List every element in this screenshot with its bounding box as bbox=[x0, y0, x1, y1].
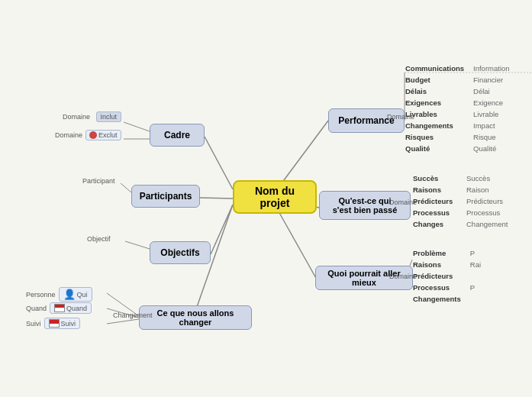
table-row: Raisons Rai bbox=[408, 259, 485, 270]
table-row: Succès Succès bbox=[408, 173, 512, 184]
cell-key: Problème bbox=[408, 247, 466, 259]
suivi-label: Suivi bbox=[26, 320, 41, 328]
table-row: Processus P bbox=[408, 282, 485, 293]
table-row: Délais Délai bbox=[401, 86, 514, 97]
objectifs-node[interactable]: Objectifs bbox=[150, 241, 211, 264]
changement-label: Changement bbox=[113, 311, 153, 319]
svg-line-4 bbox=[205, 137, 233, 189]
quoi-mieux-table: Problème P Raisons Rai Prédicteurs Proce… bbox=[408, 247, 485, 305]
svg-line-10 bbox=[125, 241, 150, 249]
table-row: Qualité Qualité bbox=[401, 143, 514, 154]
cell-val: Rai bbox=[466, 259, 485, 270]
domaine-exclut-text: Domaine bbox=[55, 131, 82, 139]
table-row: Exigences Exigence bbox=[401, 97, 514, 108]
domaine-exclut-label: Domaine Exclut bbox=[55, 130, 121, 140]
domaine-inclut-label: Domaine Inclut bbox=[63, 113, 121, 121]
suivi-val-label: Suivi bbox=[61, 320, 76, 328]
cell-key: Exigences bbox=[401, 97, 469, 108]
flag2-icon bbox=[49, 319, 60, 328]
cell-val: Succès bbox=[462, 173, 512, 184]
performance-node[interactable]: Performance bbox=[328, 108, 405, 133]
inclut-sub-node[interactable]: Inclut bbox=[96, 111, 122, 122]
table-row: Prédicteurs bbox=[408, 270, 485, 282]
quand-val-label: Quand bbox=[66, 305, 87, 312]
exclut-sub-node[interactable]: Exclut bbox=[85, 130, 121, 140]
cell-val: Délai bbox=[469, 86, 514, 97]
ce-que-node[interactable]: Ce que nous allons changer bbox=[139, 305, 252, 330]
cell-val: Financier bbox=[469, 74, 514, 86]
cell-val: P bbox=[466, 282, 485, 293]
table-row: Changements bbox=[408, 293, 485, 305]
cell-key: Changes bbox=[408, 218, 462, 230]
suivi-node[interactable]: Suivi bbox=[44, 318, 81, 329]
table-row: Prédicteurs Prédicteurs bbox=[408, 195, 512, 207]
quand-node[interactable]: Quand bbox=[50, 302, 92, 314]
cell-val: Exigence bbox=[469, 97, 514, 108]
cell-key: Processus bbox=[408, 207, 462, 218]
objectif-label: Objectif bbox=[87, 235, 111, 243]
table-row: Changes Changement bbox=[408, 218, 512, 230]
flag-icon bbox=[54, 304, 65, 312]
table-row: Processus Processus bbox=[408, 207, 512, 218]
cell-key: Processus bbox=[408, 282, 466, 293]
cell-key: Prédicteurs bbox=[408, 270, 466, 282]
table-row: Problème P bbox=[408, 247, 485, 259]
performance-domain-label: Domaine bbox=[387, 113, 414, 121]
central-node[interactable]: Nom du projet bbox=[233, 180, 317, 214]
exclut-icon bbox=[89, 131, 97, 139]
quand-label: Quand bbox=[26, 305, 47, 312]
table-row: Raisons Raison bbox=[408, 184, 512, 195]
cell-key: Changements bbox=[408, 293, 466, 305]
quoi-passe-domain-label: Domaine bbox=[389, 198, 417, 206]
personne-row: Personne 👤 Qui bbox=[26, 287, 92, 302]
cell-key: Raisons bbox=[408, 184, 462, 195]
svg-line-5 bbox=[200, 198, 233, 198]
mindmap-canvas: Nom du projet Performance Qu'est-ce qui … bbox=[0, 0, 532, 397]
personne-label: Personne bbox=[26, 291, 56, 299]
cell-val: P bbox=[466, 247, 485, 259]
svg-line-9 bbox=[121, 183, 131, 192]
table-row: Livrables Livrable bbox=[401, 108, 514, 120]
table-row: Communications Information bbox=[401, 63, 514, 74]
cell-val bbox=[466, 270, 485, 282]
domaine-label: Domaine bbox=[63, 113, 90, 121]
cell-val: Qualité bbox=[469, 143, 514, 154]
participant-label: Participant bbox=[82, 177, 115, 185]
qui-label: Qui bbox=[77, 291, 88, 299]
cell-val: Raison bbox=[462, 184, 512, 195]
cell-key: Raisons bbox=[408, 259, 466, 270]
cell-key: Qualité bbox=[401, 143, 469, 154]
cadre-node[interactable]: Cadre bbox=[150, 124, 205, 147]
cell-key: Changements bbox=[401, 120, 469, 131]
cell-val: Impact bbox=[469, 120, 514, 131]
exclut-label: Exclut bbox=[98, 131, 118, 139]
cell-key: Communications bbox=[401, 63, 469, 74]
quand-row: Quand Quand bbox=[26, 302, 92, 314]
cell-val: Livrable bbox=[469, 108, 514, 120]
cell-key: Délais bbox=[401, 86, 469, 97]
table-row: Budget Financier bbox=[401, 74, 514, 86]
quoi-passe-table: Succès Succès Raisons Raison Prédicteurs… bbox=[408, 173, 512, 230]
participants-node[interactable]: Participants bbox=[131, 185, 200, 208]
cell-val: Information bbox=[469, 63, 514, 74]
cell-key: Budget bbox=[401, 74, 469, 86]
svg-line-6 bbox=[211, 205, 233, 254]
cell-val: Processus bbox=[462, 207, 512, 218]
quoi-mieux-domain-label: Domaine bbox=[389, 273, 417, 280]
qui-node[interactable]: 👤 Qui bbox=[59, 287, 92, 302]
cell-val bbox=[466, 293, 485, 305]
svg-line-15 bbox=[107, 319, 139, 324]
suivi-row: Suivi Suivi bbox=[26, 318, 80, 329]
cell-val: Changement bbox=[462, 218, 512, 230]
cell-key: Risques bbox=[401, 131, 469, 143]
cell-val: Prédicteurs bbox=[462, 195, 512, 207]
table-row: Changements Impact bbox=[401, 120, 514, 131]
table-row: Risques Risque bbox=[401, 131, 514, 143]
svg-line-7 bbox=[124, 122, 150, 131]
cell-val: Risque bbox=[469, 131, 514, 143]
cell-key: Succès bbox=[408, 173, 462, 184]
performance-table: Communications Information Budget Financ… bbox=[401, 63, 514, 154]
person-icon: 👤 bbox=[63, 289, 76, 300]
svg-line-2 bbox=[275, 205, 317, 279]
